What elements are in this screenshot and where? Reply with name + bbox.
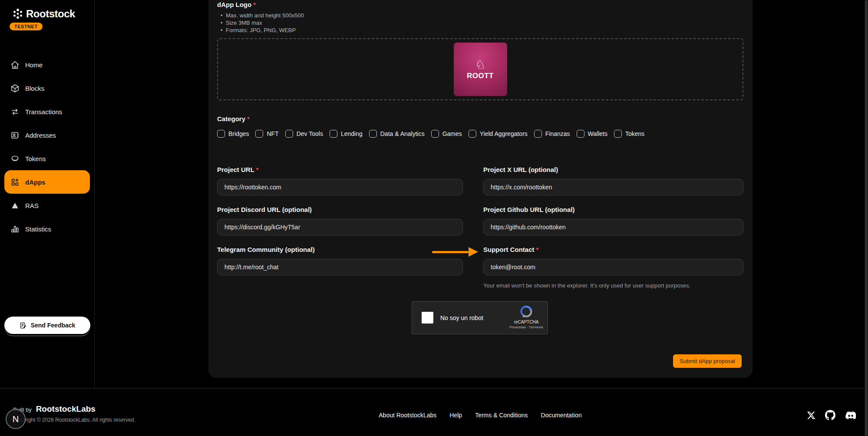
category-option-tokens[interactable]: Tokens — [614, 130, 644, 138]
category-option-wallets[interactable]: Wallets — [577, 130, 607, 138]
logo-preview-name: ROOTT — [467, 72, 494, 80]
project-github-url-label: Project Github URL (optional) — [483, 205, 743, 214]
category-option-bridges[interactable]: Bridges — [217, 130, 249, 138]
dapp-logo-label: dApp Logo* — [217, 0, 256, 9]
page: Rootstock TESTNET Home Blocks — [0, 0, 868, 436]
field-project-github-url: Project Github URL (optional) — [483, 205, 743, 235]
cube-icon — [10, 84, 20, 93]
footer-link-terms[interactable]: Terms & Conditions — [475, 412, 528, 419]
brand[interactable]: Rootstock — [0, 0, 94, 20]
send-feedback-button[interactable]: Send Feedback — [4, 317, 90, 334]
required-asterisk: * — [247, 115, 250, 122]
checkbox[interactable] — [614, 130, 622, 138]
project-github-url-input[interactable] — [483, 219, 743, 235]
sidebar: Rootstock TESTNET Home Blocks — [0, 0, 95, 388]
required-asterisk: * — [256, 166, 259, 173]
project-url-input[interactable] — [217, 179, 463, 195]
checkbox[interactable] — [534, 130, 542, 138]
sidebar-item-label: Tokens — [25, 155, 46, 162]
field-project-url: Project URL* — [217, 165, 463, 195]
testnet-badge: TESTNET — [10, 23, 43, 30]
sidebar-item-tokens[interactable]: Tokens — [4, 147, 90, 170]
sidebar-item-label: dApps — [25, 178, 46, 186]
footer-links: About RootstockLabs Help Terms & Conditi… — [379, 412, 581, 419]
sidebar-item-statistics[interactable]: Statistics — [4, 217, 90, 241]
send-feedback-label: Send Feedback — [31, 322, 76, 329]
support-contact-label: Support Contact* — [483, 245, 743, 254]
rootstocklabs-wordmark[interactable]: RootstockLabs — [36, 404, 96, 414]
checkbox[interactable] — [217, 130, 225, 138]
submit-dapp-proposal-button[interactable]: Submit dApp proposal — [673, 354, 742, 368]
checkbox[interactable] — [330, 130, 337, 138]
brand-name: Rootstock — [26, 8, 75, 20]
field-project-x-url: Project X URL (optional) — [483, 165, 743, 195]
home-icon — [10, 60, 20, 69]
sidebar-item-dapps[interactable]: dApps — [4, 170, 90, 194]
scrollbar-thumb[interactable] — [865, 0, 868, 436]
checkbox[interactable] — [469, 130, 476, 138]
sidebar-item-label: RAS — [25, 202, 39, 209]
category-option-nft[interactable]: NFT — [255, 130, 278, 138]
logo-requirement: Max. width and height 500x500 — [220, 12, 304, 19]
project-url-label: Project URL* — [217, 165, 463, 174]
sidebar-item-home[interactable]: Home — [4, 53, 90, 76]
field-telegram-community: Telegram Community (optional) — [217, 245, 463, 275]
sidebar-item-label: Statistics — [25, 225, 51, 233]
telegram-community-input[interactable] — [217, 259, 463, 275]
support-contact-input[interactable] — [483, 259, 743, 275]
transactions-icon — [10, 107, 20, 116]
sidebar-item-ras[interactable]: RAS — [4, 194, 90, 217]
project-x-url-label: Project X URL (optional) — [483, 165, 743, 174]
recaptcha-privacy-terms-links[interactable]: Privacidad - Términos — [509, 325, 543, 329]
copyright-text: Copyright © 2026 RootstockLabs. All righ… — [13, 417, 135, 423]
category-label: Category* — [217, 115, 250, 123]
scrollbar[interactable] — [865, 0, 868, 436]
category-checkbox-row: Bridges NFT Dev Tools Lending Data & Ana… — [217, 130, 644, 138]
category-option-dev-tools[interactable]: Dev Tools — [285, 130, 323, 138]
checkbox[interactable] — [369, 130, 377, 138]
project-x-url-input[interactable] — [483, 179, 743, 195]
dapps-grid-icon — [10, 178, 20, 187]
arrow-head — [469, 247, 478, 257]
sidebar-item-label: Home — [25, 61, 43, 69]
category-option-finanzas[interactable]: Finanzas — [534, 130, 570, 138]
logo-upload-dropzone[interactable]: ♘ ROOTT — [217, 38, 743, 100]
telegram-community-label: Telegram Community (optional) — [217, 245, 463, 254]
recaptcha-widget: No soy un robot reCAPTCHA Privacidad - T… — [412, 301, 548, 334]
recaptcha-checkbox[interactable] — [422, 312, 433, 324]
category-option-games[interactable]: Games — [431, 130, 462, 138]
footer-link-documentation[interactable]: Documentation — [541, 412, 582, 419]
footer-left-block: Built by RootstockLabs Copyright © 2026 … — [13, 404, 135, 423]
footer: Built by RootstockLabs Copyright © 2026 … — [0, 388, 868, 436]
coin-icon — [10, 154, 20, 163]
x-twitter-icon[interactable] — [807, 411, 816, 420]
sidebar-item-blocks[interactable]: Blocks — [4, 76, 90, 100]
project-discord-url-input[interactable] — [217, 219, 463, 235]
checkbox[interactable] — [431, 130, 439, 138]
checkbox[interactable] — [577, 130, 584, 138]
footer-link-about[interactable]: About RootstockLabs — [379, 412, 436, 419]
sidebar-item-transactions[interactable]: Transactions — [4, 100, 90, 123]
footer-social-icons — [807, 410, 856, 421]
discord-icon[interactable] — [845, 410, 856, 421]
support-contact-helper-text: Your email won't be shown in the explore… — [483, 282, 743, 289]
checkbox[interactable] — [285, 130, 293, 138]
rootstock-logo-icon — [12, 8, 23, 20]
checkbox[interactable] — [255, 130, 263, 138]
dapp-proposal-form-card: dApp Logo* Max. width and height 500x500… — [208, 0, 752, 378]
category-option-data-analytics[interactable]: Data & Analytics — [369, 130, 425, 138]
footer-link-help[interactable]: Help — [449, 412, 462, 419]
category-option-yield-aggregators[interactable]: Yield Aggregators — [469, 130, 528, 138]
category-option-lending[interactable]: Lending — [330, 130, 363, 138]
feedback-pencil-icon — [20, 322, 27, 329]
project-discord-url-label: Project Discord URL (optional) — [217, 205, 463, 214]
sidebar-item-addresses[interactable]: Addresses — [4, 123, 90, 147]
bar-chart-icon — [10, 225, 20, 234]
recaptcha-arrows-icon — [520, 305, 533, 318]
sidebar-nav: Home Blocks Transactions — [0, 53, 94, 241]
sidebar-item-label: Addresses — [25, 132, 56, 139]
github-icon[interactable] — [825, 410, 835, 420]
logo-preview-tile[interactable]: ♘ ROOTT — [454, 43, 507, 96]
recaptcha-brand-text: reCAPTCHA — [509, 320, 543, 324]
recaptcha-label: No soy un robot — [440, 314, 483, 321]
